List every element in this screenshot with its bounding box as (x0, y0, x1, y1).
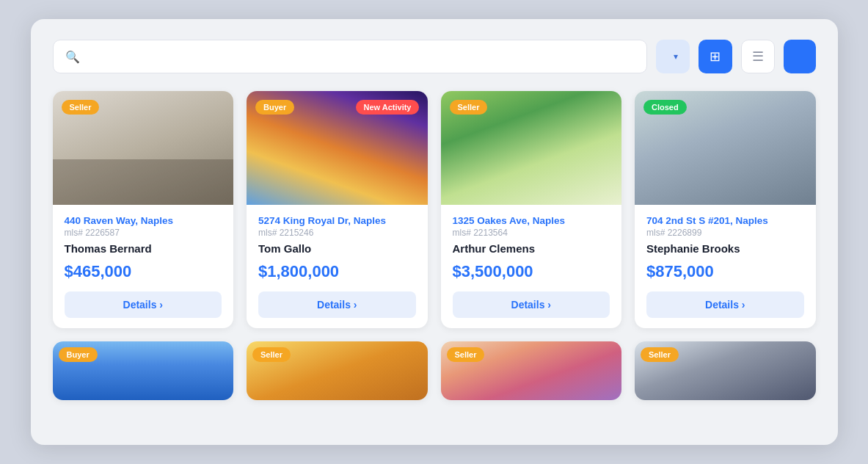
details-button[interactable]: Details › (646, 291, 804, 318)
card-owner-name: Stephanie Brooks (646, 242, 804, 255)
list-view-button[interactable]: ☰ (741, 40, 775, 73)
bottom-row: Buyer Seller Seller Seller (53, 341, 816, 400)
role-badge: Closed (643, 100, 687, 115)
bottom-card-image: Buyer (53, 341, 234, 400)
transaction-card: Buyer New Activity 5274 King Royal Dr, N… (247, 91, 428, 328)
card-address: 5274 King Royal Dr, Naples (258, 215, 416, 226)
role-badge: Seller (641, 347, 679, 362)
search-box: 🔍 (53, 40, 647, 73)
card-address: 440 Raven Way, Naples (65, 215, 222, 226)
role-badge: Seller (447, 347, 485, 362)
bottom-transaction-card: Seller (441, 341, 622, 400)
card-price: $465,000 (65, 262, 222, 281)
role-badge: Seller (450, 100, 488, 115)
card-image-wrap: Seller (53, 91, 234, 205)
bottom-card-image: Seller (441, 341, 622, 400)
card-mls: mls# 2215246 (258, 228, 416, 238)
transaction-card: Seller 1325 Oakes Ave, Naples mls# 22135… (441, 91, 622, 328)
card-mls: mls# 2226587 (65, 228, 222, 238)
card-mls: mls# 2226899 (646, 228, 804, 238)
search-input[interactable] (87, 51, 635, 63)
card-owner-name: Arthur Clemens (453, 242, 610, 255)
cards-grid: Seller 440 Raven Way, Naples mls# 222658… (53, 91, 816, 328)
list-icon: ☰ (752, 48, 764, 65)
card-owner-name: Tom Gallo (258, 242, 416, 255)
app-container: 🔍 ▾ ⊞ ☰ Seller 440 Raven Way, Naples mls… (31, 19, 838, 445)
card-image-wrap: Closed (635, 91, 816, 205)
card-image-wrap: Buyer New Activity (247, 91, 428, 205)
grid-view-button[interactable]: ⊞ (699, 40, 732, 73)
card-body: 5274 King Royal Dr, Naples mls# 2215246 … (247, 205, 428, 328)
role-badge: Buyer (255, 100, 294, 115)
card-price: $875,000 (646, 262, 804, 281)
filter-button[interactable]: ▾ (656, 40, 690, 73)
bottom-transaction-card: Buyer (53, 341, 234, 400)
card-address: 704 2nd St S #201, Naples (646, 215, 804, 226)
role-badge: Seller (62, 100, 100, 115)
card-owner-name: Thomas Bernard (65, 242, 222, 255)
new-transaction-button[interactable] (784, 40, 816, 73)
card-price: $1,800,000 (258, 262, 416, 281)
card-body: 704 2nd St S #201, Naples mls# 2226899 S… (635, 205, 816, 328)
card-body: 440 Raven Way, Naples mls# 2226587 Thoma… (53, 205, 234, 328)
bottom-card-image: Seller (635, 341, 816, 400)
bottom-transaction-card: Seller (635, 341, 816, 400)
card-image-wrap: Seller (441, 91, 622, 205)
transaction-card: Closed 704 2nd St S #201, Naples mls# 22… (635, 91, 816, 328)
role-badge: Seller (252, 347, 291, 362)
new-activity-badge: New Activity (356, 100, 418, 115)
details-button[interactable]: Details › (453, 291, 610, 318)
role-badge: Buyer (59, 347, 98, 362)
grid-icon: ⊞ (710, 48, 721, 65)
card-body: 1325 Oakes Ave, Naples mls# 2213564 Arth… (441, 205, 622, 328)
card-address: 1325 Oakes Ave, Naples (453, 215, 610, 226)
chevron-down-icon: ▾ (674, 51, 678, 62)
bottom-transaction-card: Seller (247, 341, 428, 400)
search-icon: 🔍 (65, 50, 80, 64)
card-price: $3,500,000 (453, 262, 610, 281)
details-button[interactable]: Details › (258, 291, 416, 318)
details-button[interactable]: Details › (65, 291, 222, 318)
toolbar: 🔍 ▾ ⊞ ☰ (53, 40, 816, 73)
bottom-card-image: Seller (247, 341, 428, 400)
card-mls: mls# 2213564 (453, 228, 610, 238)
transaction-card: Seller 440 Raven Way, Naples mls# 222658… (53, 91, 234, 328)
